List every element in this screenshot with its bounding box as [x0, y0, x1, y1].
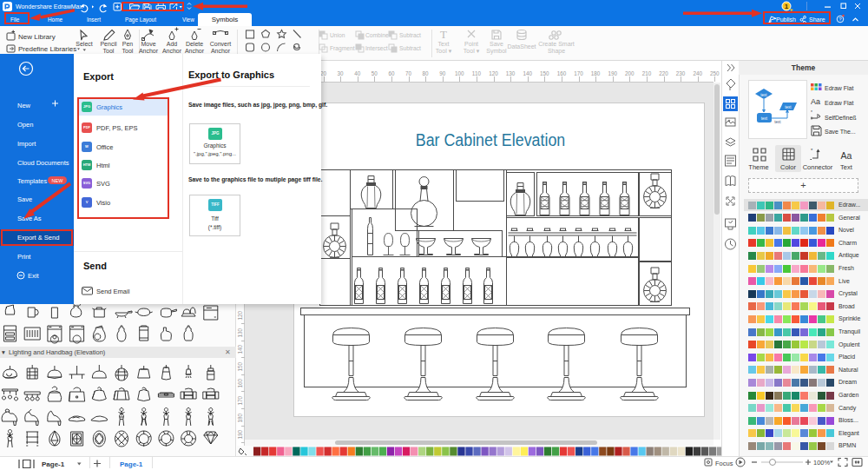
svg-text:Page-1: Page-1 — [120, 460, 143, 468]
svg-text:DataSheet: DataSheet — [507, 43, 536, 50]
svg-text:Union: Union — [330, 32, 345, 38]
svg-text:Aa: Aa — [811, 97, 820, 106]
svg-text:T: T — [440, 28, 447, 41]
svg-text:Select: Select — [76, 41, 93, 47]
svg-text:text: text — [761, 116, 768, 121]
svg-text:Delete: Delete — [186, 41, 203, 47]
svg-text:1: 1 — [785, 3, 789, 10]
svg-text:Text: Text — [840, 163, 853, 171]
svg-text:Intersect: Intersect — [365, 45, 388, 51]
svg-text:Subtract: Subtract — [399, 45, 421, 51]
svg-text:Tool ▾: Tool ▾ — [436, 48, 452, 54]
svg-text:Point: Point — [464, 41, 478, 47]
svg-text:Shape: Shape — [548, 48, 565, 55]
svg-text:Tool ▾: Tool ▾ — [464, 48, 480, 54]
svg-text:Color: Color — [780, 163, 796, 171]
svg-text:Aa: Aa — [841, 150, 852, 161]
svg-text:Anchor: Anchor — [162, 48, 182, 54]
svg-text:Pen: Pen — [122, 41, 134, 47]
svg-text:Move: Move — [141, 41, 155, 47]
svg-text:Theme: Theme — [748, 163, 768, 171]
svg-text:Text: Text — [438, 41, 450, 47]
svg-text:*: * — [811, 109, 812, 115]
svg-text:?: ? — [838, 17, 842, 22]
svg-text:Anchor: Anchor — [139, 48, 159, 54]
svg-text:*: * — [811, 148, 813, 153]
svg-text:Convert: Convert — [210, 41, 232, 47]
svg-text:Save: Save — [490, 41, 503, 47]
svg-text:Pencil: Pencil — [100, 41, 117, 47]
svg-text:Combine: Combine — [365, 32, 389, 38]
svg-text:Predefine Libraries: Predefine Libraries — [18, 45, 76, 53]
svg-text:100%: 100% — [813, 459, 831, 467]
svg-text:Add: Add — [167, 41, 178, 47]
svg-text:Create Smart: Create Smart — [538, 41, 575, 47]
svg-text:New Library: New Library — [18, 33, 56, 41]
svg-text:Tool: Tool — [122, 48, 134, 54]
svg-text:Anchor: Anchor — [211, 48, 231, 54]
svg-text:text: text — [785, 105, 792, 109]
svg-text:NEW: NEW — [52, 178, 64, 183]
svg-text:Connector: Connector — [803, 163, 833, 171]
svg-text:text: text — [774, 120, 781, 124]
svg-text:Page-1: Page-1 — [42, 460, 65, 468]
svg-text:Anchor: Anchor — [185, 48, 205, 54]
svg-text:Subtract: Subtract — [399, 32, 421, 38]
svg-text:Focus: Focus — [715, 460, 733, 467]
svg-text:Symbol: Symbol — [486, 48, 507, 55]
svg-text:text: text — [760, 93, 767, 97]
svg-text:Tool: Tool — [103, 48, 115, 54]
svg-text:Wondershare EdrawMax: Wondershare EdrawMax — [16, 3, 82, 10]
svg-text:Fragment: Fragment — [330, 45, 355, 52]
